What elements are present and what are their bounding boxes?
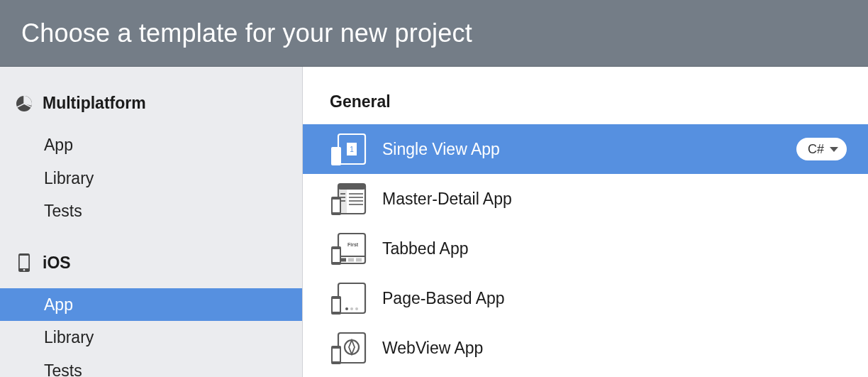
template-label: WebView App	[382, 339, 847, 358]
template-tabbed-app[interactable]: First Tabbed App	[303, 224, 868, 273]
content: Multiplatform App Library Tests iOS	[0, 67, 868, 377]
sidebar: Multiplatform App Library Tests iOS	[0, 67, 303, 377]
sidebar-items-multiplatform: App Library Tests	[0, 129, 302, 228]
dialog-header: Choose a template for your new project	[0, 0, 868, 67]
svg-rect-10	[331, 147, 341, 165]
master-detail-icon	[328, 182, 367, 215]
dialog-title: Choose a template for your new project	[21, 18, 472, 48]
template-label: Single View App	[382, 140, 781, 159]
sidebar-item-multiplatform-library[interactable]: Library	[0, 162, 302, 195]
section-heading: General	[303, 88, 868, 124]
sidebar-category-multiplatform[interactable]: Multiplatform	[0, 89, 302, 117]
sidebar-category-ios[interactable]: iOS	[0, 249, 302, 277]
svg-point-32	[345, 307, 348, 310]
svg-rect-22	[333, 200, 340, 212]
iphone-icon	[16, 254, 33, 271]
svg-text:1: 1	[350, 146, 354, 153]
svg-rect-36	[333, 299, 340, 312]
svg-rect-40	[333, 349, 340, 361]
svg-rect-27	[348, 258, 354, 262]
chevron-down-icon	[830, 147, 838, 152]
sidebar-item-ios-tests[interactable]: Tests	[0, 354, 302, 378]
sidebar-item-label: Tests	[44, 361, 82, 378]
single-view-icon: 1	[328, 133, 367, 165]
tabbed-icon: First	[328, 232, 367, 265]
template-label: Tabbed App	[382, 239, 847, 258]
sidebar-item-label: Tests	[44, 202, 82, 220]
template-webview-app[interactable]: WebView App	[303, 323, 868, 373]
sidebar-item-ios-app[interactable]: App	[0, 288, 302, 322]
sidebar-item-multiplatform-tests[interactable]: Tests	[0, 195, 302, 228]
svg-rect-26	[340, 258, 346, 262]
svg-point-38	[345, 340, 359, 354]
page-based-icon	[328, 282, 367, 315]
multiplatform-icon	[16, 95, 33, 112]
template-single-view-app[interactable]: 1 Single View App C#	[303, 124, 868, 174]
sidebar-item-label: Library	[44, 169, 94, 187]
sidebar-item-multiplatform-app[interactable]: App	[0, 129, 302, 162]
svg-rect-12	[338, 184, 365, 190]
svg-text:First: First	[347, 242, 359, 247]
svg-point-34	[355, 307, 358, 310]
svg-rect-5	[20, 256, 28, 268]
template-page-based-app[interactable]: Page-Based App	[303, 273, 868, 323]
language-selector[interactable]: C#	[796, 138, 847, 160]
template-label: Page-Based App	[382, 289, 847, 308]
template-list: General 1 Single View App C#	[303, 67, 868, 377]
webview-icon	[328, 332, 367, 364]
sidebar-item-ios-library[interactable]: Library	[0, 321, 302, 354]
svg-point-6	[23, 269, 26, 271]
sidebar-item-label: App	[44, 136, 73, 154]
template-master-detail-app[interactable]: Master-Detail App	[303, 174, 868, 224]
svg-rect-28	[356, 258, 362, 262]
svg-point-33	[350, 307, 353, 310]
svg-rect-37	[338, 333, 365, 363]
template-label: Master-Detail App	[382, 190, 847, 209]
svg-rect-30	[333, 249, 340, 262]
language-label: C#	[808, 142, 824, 157]
sidebar-category-label: iOS	[43, 253, 71, 273]
sidebar-items-ios: App Library Tests	[0, 288, 302, 378]
sidebar-item-label: Library	[44, 328, 94, 346]
sidebar-category-label: Multiplatform	[43, 94, 146, 113]
sidebar-item-label: App	[44, 295, 73, 314]
